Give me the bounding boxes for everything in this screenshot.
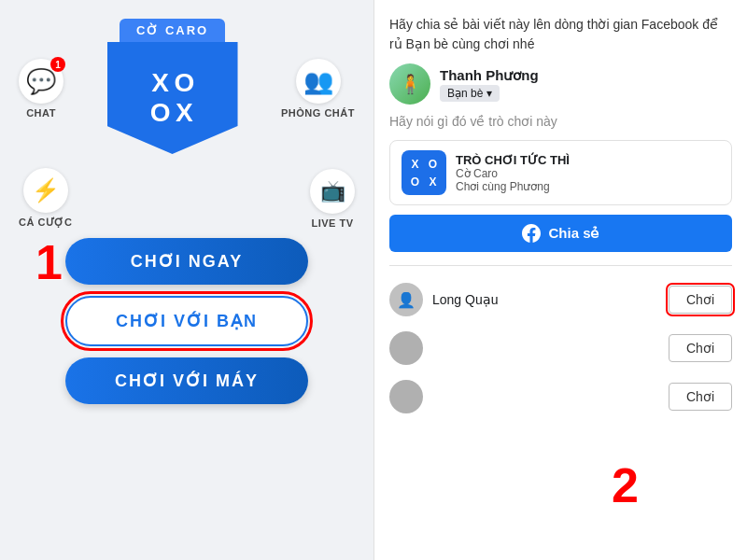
facebook-icon [522, 224, 541, 243]
game-card-sub: Chơi cùng Phương [456, 180, 570, 193]
xo-o1: O [175, 70, 195, 96]
top-description: Hãy chia sẻ bài viết này lên dòng thời g… [389, 15, 732, 54]
second-icons-row: ⚡ CÁ CƯỢC 📺 LIVE TV [19, 168, 355, 229]
share-button[interactable]: Chia sẻ [389, 215, 732, 252]
cacuoc-icon-circle: ⚡ [23, 168, 68, 213]
choi-voi-may-button[interactable]: CHƠI VỚI MÁY [65, 357, 308, 404]
chat-label: CHAT [26, 107, 56, 119]
livetv-icon: 📺 [320, 179, 345, 203]
chat-icon-item[interactable]: 💬 1 CHAT [19, 59, 63, 119]
friend-name-0: Long Quạu [432, 292, 499, 307]
mini-x2: X [425, 174, 441, 189]
choi-button-2[interactable]: Chơi [669, 383, 732, 411]
friend-left-1 [389, 331, 432, 365]
choi-button-0[interactable]: Chơi [669, 286, 732, 314]
game-shield-banner: CỜ CARO X O O X [98, 19, 247, 159]
right-panel-inner: Hãy chia sẻ bài viết này lên dòng thời g… [389, 15, 732, 560]
mini-x1: X [407, 156, 423, 172]
shield-body: X O O X [107, 42, 238, 154]
mini-o2: O [407, 174, 423, 189]
choi-ngay-button[interactable]: CHƠI NGAY [65, 238, 308, 285]
cacuoc-label: CÁ CƯỢC [19, 217, 72, 229]
buttons-wrapper: 1 CHƠI NGAY CHƠI VỚI BẠN CHƠI VỚI MÁY [19, 238, 355, 415]
divider [389, 265, 732, 266]
game-card: X O O X TRÒ CHƠI TỨC THÌ Cờ Caro Chơi cù… [389, 140, 732, 205]
livetv-icon-item[interactable]: 📺 LIVE TV [310, 169, 355, 229]
livetv-label: LIVE TV [311, 217, 353, 229]
phongchat-icon-item[interactable]: 👥 PHÒNG CHÁT [281, 59, 355, 119]
game-info: TRÒ CHƠI TỨC THÌ Cờ Caro Chơi cùng Phươn… [456, 153, 570, 193]
phongchat-icon: 👥 [303, 67, 333, 96]
livetv-icon-circle: 📺 [310, 169, 355, 214]
game-title-label: CỜ CARO [120, 19, 225, 42]
user-avatar: 🧍 [389, 63, 430, 105]
cacuoc-icon-item[interactable]: ⚡ CÁ CƯỢC [19, 168, 72, 229]
friends-list: 👤 Long Quạu Chơi Chơi Chơi [389, 275, 732, 421]
user-info: Thanh Phương Bạn bè ▾ [440, 67, 539, 102]
friend-avatar-0: 👤 [389, 283, 423, 316]
share-label: Chia sẻ [548, 225, 599, 242]
chat-icon-circle: 💬 1 [19, 59, 63, 104]
top-icons-row: 💬 1 CHAT CỜ CARO X O O X 👥 PHÒNG CHÁT [19, 19, 355, 159]
xo-x1: X [150, 70, 171, 96]
right-panel: Hãy chia sẻ bài viết này lên dòng thời g… [374, 0, 747, 560]
user-section: 🧍 Thanh Phương Bạn bè ▾ [389, 63, 732, 105]
friend-row-1: Chơi [389, 324, 732, 372]
messenger-icon: 💬 [26, 67, 56, 96]
xo-x2: X [175, 100, 195, 126]
user-name: Thanh Phương [440, 67, 539, 84]
friend-left-0: 👤 Long Quạu [389, 283, 499, 316]
friend-avatar-2 [389, 380, 423, 413]
friend-left-2 [389, 380, 432, 413]
game-icon-small: X O O X [402, 150, 446, 195]
lightning-icon: ⚡ [32, 177, 60, 203]
friend-avatar-1 [389, 331, 423, 365]
left-panel: 💬 1 CHAT CỜ CARO X O O X 👥 PHÒNG CHÁT [0, 0, 374, 560]
step-2-badge: 2 [612, 457, 639, 513]
mini-o1: O [425, 156, 441, 172]
xo-grid: X O O X [141, 61, 204, 135]
xo-o2: O [150, 100, 171, 126]
comment-placeholder: Hãy nói gì đó về trò chơi này [389, 114, 732, 129]
chat-badge: 1 [50, 57, 65, 72]
game-card-title: TRÒ CHƠI TỨC THÌ [456, 153, 570, 167]
phongchat-label: PHÒNG CHÁT [281, 107, 355, 119]
friend-row-0: 👤 Long Quạu Chơi [389, 275, 732, 324]
friend-badge[interactable]: Bạn bè ▾ [440, 85, 500, 102]
game-card-name: Cờ Caro [456, 167, 570, 180]
phongchat-icon-circle: 👥 [296, 59, 341, 104]
choi-button-1[interactable]: Chơi [669, 334, 732, 362]
step-1-badge: 1 [35, 238, 63, 287]
choi-voi-ban-button[interactable]: CHƠI VỚI BẠN [65, 296, 308, 346]
friend-row-2: Chơi [389, 372, 732, 421]
